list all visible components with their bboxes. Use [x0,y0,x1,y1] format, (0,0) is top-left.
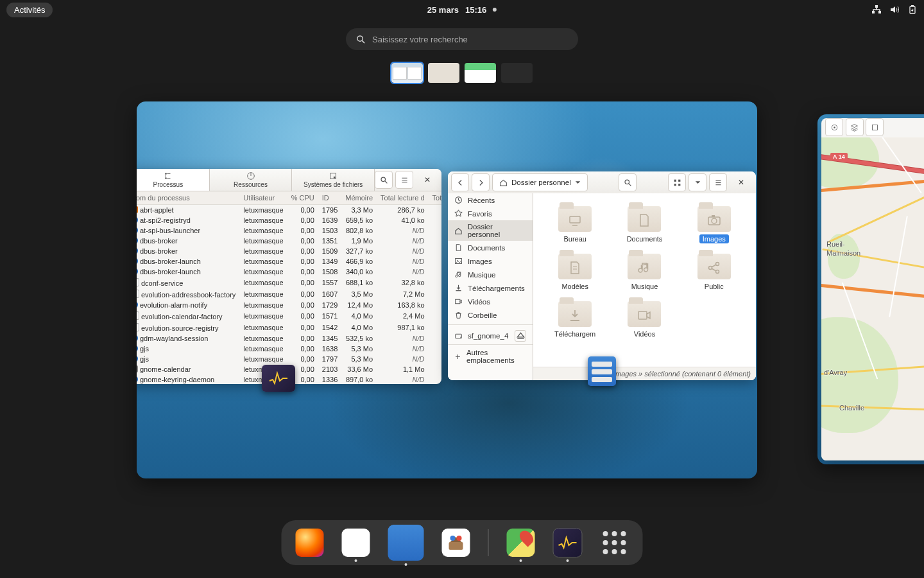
sysmon-menu-button[interactable] [395,171,413,189]
path-bar[interactable]: Dossier personnel [492,173,588,191]
sidebar-item-star[interactable]: Favoris [448,207,533,220]
sidebar-item-docs[interactable]: Documents [448,241,533,254]
folder-doc[interactable]: Documents [612,202,677,243]
table-row[interactable]: dconf-serviceletuxmasque0,001557688,1 ko… [137,277,441,288]
dock-app-firefox[interactable] [296,529,324,557]
col-mem[interactable]: Mémoire [341,191,377,205]
workspace-thumbnails [391,63,533,83]
volume-icon[interactable] [889,4,900,15]
svg-rect-19 [456,334,462,338]
workspace-thumb-4[interactable] [501,63,533,83]
dock-app-calendar[interactable] [342,529,370,557]
svg-rect-18 [456,299,460,304]
col-cpu[interactable]: % CPU [287,191,318,205]
svg-rect-1 [872,11,875,13]
table-row[interactable]: evolution-calendar-factoryletuxmasque0,0… [137,310,441,322]
svg-rect-21 [570,216,580,223]
sysmon-close-button[interactable]: ✕ [419,171,436,188]
folder-share[interactable]: Public [681,250,747,291]
svg-rect-4 [911,5,914,6]
folder-dl[interactable]: Téléchargem [542,297,608,338]
folder-tmpl[interactable]: Modèles [542,250,608,291]
files-search-button[interactable] [619,173,637,191]
table-row[interactable]: dbus-brokerletuxmasque0,001509327,7 koN/… [137,246,441,256]
table-row[interactable]: dbus-brokerletuxmasque0,0013511,9 MoN/D [137,236,441,246]
window-system-monitor[interactable]: Processus Ressources Systèmes de fichier… [137,169,441,384]
files-app-icon[interactable] [588,356,616,386]
table-row[interactable]: dbus-broker-launchletuxmasque0,001349466… [137,256,441,267]
sidebar-item-home[interactable]: Dossier personnel [448,220,533,241]
network-icon[interactable] [871,4,882,15]
nav-back-button[interactable] [451,173,469,191]
tab-resources[interactable]: Ressources [210,169,293,191]
col-user[interactable]: Utilisateur [239,191,287,205]
sysmon-app-icon[interactable] [262,365,295,392]
col-read[interactable]: Total lecture d [377,191,428,205]
folder-desk[interactable]: Bureau [542,202,608,243]
eject-icon[interactable] [515,330,526,342]
view-grid-button[interactable] [668,173,686,191]
col-id[interactable]: ID [318,191,341,205]
files-close-button[interactable]: ✕ [733,174,749,191]
workspace-thumb-1[interactable] [391,63,423,83]
folder-cam[interactable]: Images [681,202,747,243]
workspace-2[interactable]: A 14 Nanterr Rueil- Malmaison Saint-Clou… [817,114,924,464]
window-files[interactable]: Dossier personnel ✕ RécentsFavorisDossie… [448,171,756,380]
table-row[interactable]: evolution-addressbook-factoryletuxmasque… [137,288,441,300]
table-row[interactable]: dbus-broker-launchletuxmasque0,001508340… [137,267,441,277]
date-label: 25 mars [427,5,459,15]
table-row[interactable]: gdm-wayland-sessionletuxmasque0,00134553… [137,333,441,344]
col-name[interactable]: Nom du processus [137,191,239,205]
table-row[interactable]: evolution-source-registryletuxmasque0,00… [137,322,441,333]
dock-app-system-monitor[interactable] [553,528,583,557]
maps-locate-button[interactable] [825,118,843,136]
table-row[interactable]: gjsletuxmasque0,0017975,3 MoN/D [137,354,441,364]
svg-rect-14 [674,184,676,186]
workspace-1[interactable]: Processus Ressources Systèmes de fichier… [137,101,757,478]
maps-layers-button[interactable] [846,118,864,136]
table-row[interactable]: at-spi-bus-launcherletuxmasque0,00150380… [137,225,441,236]
sidebar-item-video[interactable]: Vidéos [448,295,533,308]
sidebar-item-recent[interactable]: Récents [448,193,533,207]
clock[interactable]: 25 mars 15:16 [427,5,497,15]
window-maps[interactable]: A 14 Nanterr Rueil- Malmaison Saint-Clou… [821,118,924,460]
top-bar: Activités 25 mars 15:16 [0,0,924,19]
process-table[interactable]: Nom du processus Utilisateur % CPU ID Mé… [137,191,441,384]
activities-button[interactable]: Activités [6,3,53,17]
dock-app-maps[interactable] [507,529,535,557]
sidebar-item-images[interactable]: Images [448,254,533,268]
table-row[interactable]: abrt-appletletuxmasque0,0017953,3 Mo286,… [137,205,441,216]
dock-app-files[interactable] [388,525,424,561]
folder-music[interactable]: Musique [612,250,677,291]
tab-processes[interactable]: Processus [137,169,210,191]
folder-vid[interactable]: Vidéos [612,297,677,338]
tab-filesystems[interactable]: Systèmes de fichiers [292,169,375,191]
svg-point-10 [381,177,386,182]
sidebar-item-disk[interactable]: sf_gnome_4 [448,328,533,344]
sidebar-item-trash[interactable]: Corbeille [448,308,533,322]
col-write[interactable]: Total écr [429,191,441,205]
search-field[interactable]: Saisissez votre recherche [346,28,578,50]
table-row[interactable]: gjsletuxmasque0,0016385,3 MoN/D [137,344,441,354]
files-main[interactable]: BureauDocumentsImagesModèlesMusiquePubli… [533,193,756,380]
table-row[interactable]: evolution-alarm-notifyletuxmasque0,00172… [137,300,441,310]
sidebar-item-other[interactable]: Autres emplacements [448,344,533,367]
nav-forward-button[interactable] [472,173,490,191]
view-dropdown-button[interactable] [689,173,706,191]
map-label: d'Avray [824,369,847,376]
power-icon[interactable] [907,4,918,15]
svg-point-30 [834,127,835,128]
workspace-thumb-3[interactable] [465,63,496,83]
sysmon-search-button[interactable] [375,171,393,189]
table-row[interactable]: at-spi2-registrydletuxmasque0,001639659,… [137,215,441,225]
files-menu-button[interactable] [709,173,727,191]
svg-rect-0 [875,5,878,8]
dock-app-grid[interactable] [601,529,629,557]
system-tray[interactable] [871,4,918,15]
map-canvas[interactable]: A 14 Nanterr Rueil- Malmaison Saint-Clou… [821,137,924,460]
workspace-thumb-2[interactable] [428,63,459,83]
dock-app-software[interactable] [442,529,470,557]
maps-view-button[interactable] [866,118,884,136]
sidebar-item-music[interactable]: Musique [448,268,533,281]
sidebar-item-dl[interactable]: Téléchargements [448,281,533,295]
